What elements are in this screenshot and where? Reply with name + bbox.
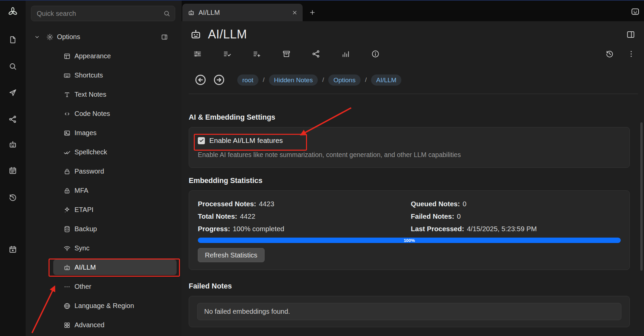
back-button[interactable] — [194, 73, 207, 86]
calendar-icon[interactable] — [8, 166, 17, 175]
tree-item-shortcuts[interactable]: Shortcuts — [26, 66, 182, 85]
breadcrumb-separator: / — [263, 76, 265, 84]
list-plus-icon[interactable] — [252, 50, 261, 58]
options-content: AI & Embedding Settings Enable AI/LLM fe… — [182, 113, 644, 327]
forward-button[interactable] — [213, 73, 225, 86]
enable-ai-label[interactable]: Enable AI/LLM features — [209, 136, 283, 145]
header-divider — [189, 94, 638, 94]
new-tab-button[interactable] — [305, 5, 319, 20]
archive-icon[interactable] — [282, 50, 291, 58]
window-top-accent — [0, 0, 644, 1]
tab-ai-llm[interactable]: AI/LLM — [182, 4, 303, 21]
recent-changes-icon[interactable] — [8, 193, 17, 202]
tab-label: AI/LLM — [198, 9, 220, 17]
jump-to-icon[interactable] — [8, 88, 17, 97]
search-icon[interactable] — [163, 10, 171, 17]
ai-chat-icon[interactable] — [8, 140, 17, 149]
check-double-icon — [63, 149, 71, 156]
stat-label: Failed Notes: — [411, 212, 454, 220]
tree-item-spellcheck[interactable]: Spellcheck — [26, 143, 182, 162]
trilium-app: Options Appearance Shortcuts Text Notes … — [0, 0, 644, 336]
tree-item-label: Sync — [74, 244, 89, 252]
stat-last-processed: Last Processed: 4/15/2025, 5:23:59 PM — [411, 222, 621, 235]
stats-right-column: Queued Notes: 0 Failed Notes: 0 Last Pro… — [411, 197, 621, 235]
progress-label: 100% — [198, 238, 621, 243]
tree-item-password[interactable]: Password — [26, 162, 182, 181]
note-title[interactable]: AI/LLM — [208, 27, 247, 41]
code-icon — [63, 110, 71, 118]
tree-item-label: Shortcuts — [74, 71, 103, 79]
scrollbar-thumb[interactable] — [640, 122, 643, 271]
tree-item-images[interactable]: Images — [26, 123, 182, 143]
chevron-down-icon[interactable] — [34, 34, 40, 40]
history-icon[interactable] — [605, 50, 614, 58]
chat-icon[interactable] — [631, 7, 640, 17]
tree-item-appearance[interactable]: Appearance — [26, 47, 182, 66]
vertical-dots-icon[interactable] — [627, 50, 636, 58]
refresh-statistics-button[interactable]: Refresh Statistics — [198, 248, 265, 262]
tree-item-text-notes[interactable]: Text Notes — [26, 85, 182, 104]
tree-item-label: Spellcheck — [74, 148, 107, 156]
tree-item-ai-llm[interactable]: AI/LLM — [26, 258, 182, 277]
tree-item-advanced[interactable]: Advanced — [26, 315, 182, 335]
embedding-progress-bar: 100% — [198, 238, 621, 243]
stats-grid: Processed Notes: 4423 Total Notes: 4422 … — [198, 197, 621, 235]
tree-item-etapi[interactable]: ETAPI — [26, 200, 182, 219]
lock-icon — [63, 168, 71, 175]
embedding-stats-card: Processed Notes: 4423 Total Notes: 4422 … — [189, 190, 630, 270]
lock-alt-icon — [63, 187, 71, 194]
note-title-row: AI/LLM — [190, 26, 635, 43]
stat-value: 4423 — [259, 200, 274, 208]
note-map-icon[interactable] — [8, 115, 17, 124]
tree-item-code-notes[interactable]: Code Notes — [26, 104, 182, 123]
sidebar: Options Appearance Shortcuts Text Notes … — [26, 0, 182, 336]
list-check-icon[interactable] — [223, 50, 232, 58]
breadcrumb-hidden-notes[interactable]: Hidden Notes — [269, 74, 318, 86]
failed-notes-empty-message: No failed embeddings found. — [197, 303, 621, 320]
tree-item-other[interactable]: Other — [26, 277, 182, 296]
breadcrumb-root[interactable]: root — [237, 74, 258, 86]
quick-search-input[interactable] — [37, 10, 163, 18]
close-icon[interactable] — [292, 9, 298, 16]
ribbon-toolbar — [189, 47, 636, 61]
stat-value: 0 — [463, 200, 466, 208]
tree-item-label: Other — [74, 283, 91, 291]
trilium-logo — [8, 7, 18, 17]
launcher-rail — [0, 0, 26, 336]
new-note-icon[interactable] — [8, 35, 17, 44]
tree-item-mfa[interactable]: MFA — [26, 181, 182, 200]
stat-value: 100% completed — [233, 225, 284, 233]
split-pane-icon[interactable] — [626, 30, 635, 39]
dock-panel-icon[interactable] — [161, 33, 168, 41]
calendar-star-icon[interactable] — [8, 245, 17, 254]
stat-value: 4/15/2025, 5:23:59 PM — [467, 225, 536, 233]
ribbon-right-actions — [605, 50, 636, 58]
stat-value: 0 — [457, 212, 461, 220]
sparkle-icon — [63, 206, 71, 214]
breadcrumb-options[interactable]: Options — [328, 74, 360, 86]
section-heading-ai-settings: AI & Embedding Settings — [189, 113, 630, 122]
wifi-icon — [63, 245, 71, 252]
tree-item-label: Options — [57, 33, 80, 41]
tree-item-backup[interactable]: Backup — [26, 219, 182, 239]
tree-item-label: Language & Region — [74, 302, 134, 310]
tree-item-language-region[interactable]: Language & Region — [26, 296, 182, 315]
tree-item-sync[interactable]: Sync — [26, 239, 182, 258]
stat-label: Progress: — [198, 225, 230, 233]
enable-ai-checkbox[interactable] — [198, 137, 205, 144]
tree-item-options[interactable]: Options — [26, 27, 182, 47]
quick-search[interactable] — [31, 6, 175, 21]
tree-item-label: ETAPI — [74, 206, 93, 214]
info-icon[interactable] — [371, 50, 380, 58]
search-icon[interactable] — [8, 62, 17, 71]
enable-ai-row[interactable]: Enable AI/LLM features — [198, 135, 621, 146]
graph-icon[interactable] — [312, 50, 320, 58]
breadcrumb: root / Hidden Notes / Options / AI/LLM — [237, 74, 401, 86]
globe-icon — [63, 302, 71, 310]
breadcrumb-ai-llm[interactable]: AI/LLM — [371, 74, 401, 86]
grid-icon — [63, 322, 71, 329]
bar-chart-icon[interactable] — [341, 50, 350, 58]
sliders-icon[interactable] — [193, 50, 202, 58]
stat-processed-notes: Processed Notes: 4423 — [198, 197, 411, 210]
robot-icon[interactable] — [190, 28, 202, 40]
